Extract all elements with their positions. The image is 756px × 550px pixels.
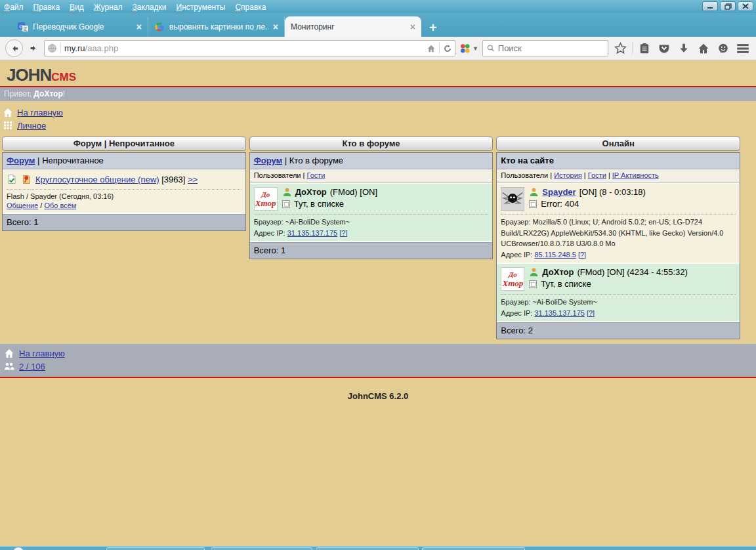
download-icon xyxy=(678,43,690,54)
browser-window: Файл Правка Вид Журнал Закладки Инструме… xyxy=(0,0,756,550)
topic-last-post-info: Flash / Spayder (Сегодня, 03:16) xyxy=(7,189,242,200)
menu-file[interactable]: Файл xyxy=(4,3,24,12)
navigation-toolbar: my.ru/aaa.php ▼ xyxy=(0,37,756,60)
nav-personal-row: Личное xyxy=(3,119,756,132)
select-checkbox-icon[interactable] xyxy=(529,200,537,208)
ip-link[interactable]: 85.115.248.5 xyxy=(534,251,576,259)
tab-monitoring[interactable]: Мониторинг × xyxy=(285,16,421,37)
new-tab-button[interactable]: + xyxy=(429,21,437,34)
user-browser: Браузер: ~Ai-BoliDe System~ xyxy=(254,217,489,228)
ip-help-link[interactable]: [?] xyxy=(578,251,586,259)
user-status-icon xyxy=(529,267,539,277)
breadcrumb-forum-link[interactable]: Форум xyxy=(254,156,282,165)
ip-help-link[interactable]: [?] xyxy=(339,229,347,237)
forward-button[interactable] xyxy=(27,42,40,55)
greeting-bar: Привет, ДоХтор! xyxy=(0,87,756,101)
user-status-icon xyxy=(529,187,539,197)
minimize-button[interactable] xyxy=(702,1,718,11)
topic-subcategory-link[interactable]: Обо всём xyxy=(44,201,76,209)
tab-google-search[interactable]: выровнять картинки по ле... × xyxy=(148,17,285,37)
user-status-icon xyxy=(282,187,292,197)
filter-guests-link[interactable]: Гости xyxy=(306,171,325,179)
search-input[interactable] xyxy=(498,43,604,53)
menu-tools[interactable]: Инструменты xyxy=(177,3,226,12)
filter-separator: | xyxy=(584,171,586,179)
home-button[interactable] xyxy=(696,41,711,56)
clipboard-icon xyxy=(639,43,650,54)
nav-home-link[interactable]: На главную xyxy=(17,108,63,117)
restore-button[interactable] xyxy=(720,1,736,11)
pocket-button[interactable] xyxy=(656,41,672,56)
tab-close-icon[interactable]: × xyxy=(136,22,142,32)
reload-icon[interactable] xyxy=(443,44,452,53)
avatar[interactable] xyxy=(501,187,524,211)
filter-separator: | xyxy=(608,171,610,179)
username-link[interactable]: Spayder xyxy=(542,187,576,197)
menu-bookmarks[interactable]: Закладки xyxy=(133,3,167,12)
hamburger-icon xyxy=(736,43,749,54)
tab-close-icon[interactable]: × xyxy=(410,22,415,32)
close-button[interactable] xyxy=(738,1,753,11)
footer-online-counter-link[interactable]: 2 / 106 xyxy=(19,362,45,371)
breadcrumb-separator: | xyxy=(285,156,287,165)
monitor-columns: Форум | Непрочитанное Форум | Непрочитан… xyxy=(2,137,740,339)
who-on-site-label: Кто на сайте xyxy=(501,156,554,165)
url-bar[interactable]: my.ru/aaa.php xyxy=(44,40,455,56)
reader-home-icon[interactable] xyxy=(427,44,436,53)
hello-button[interactable] xyxy=(715,41,731,56)
home-icon xyxy=(698,43,709,54)
taskbar-window-button[interactable] xyxy=(211,547,312,550)
menu-help[interactable]: Справка xyxy=(235,3,266,12)
nav-home-row: На главную xyxy=(3,106,756,119)
taskbar-window-button[interactable] xyxy=(422,547,525,550)
search-engine-button[interactable]: ▼ xyxy=(459,43,478,54)
back-button[interactable] xyxy=(5,39,23,57)
user-location: Error: 404 xyxy=(541,199,579,209)
topic-link[interactable]: Круглосуточное общение (new) xyxy=(35,175,159,184)
minimize-icon xyxy=(707,3,713,9)
user-meta: [ON] (8 - 0:03:18) xyxy=(579,187,646,197)
filter-guests-link[interactable]: Гости xyxy=(588,171,606,179)
close-icon xyxy=(742,3,749,9)
ip-link[interactable]: 31.135.137.175 xyxy=(287,229,337,237)
taskbar-window-button[interactable] xyxy=(106,547,205,550)
page-content: JOHNCMS Привет, ДоХтор! На главную Лично… xyxy=(0,60,756,546)
menu-history[interactable]: Журнал xyxy=(94,3,123,12)
topic-last-page-link[interactable]: >> xyxy=(188,175,198,184)
user-meta: (FMod) [ON] xyxy=(330,187,377,197)
pinned-topic-icon xyxy=(21,174,32,184)
avatar[interactable]: До Хтор xyxy=(254,187,278,211)
top-nav-links: На главную Личное xyxy=(0,101,756,135)
topic-category-link[interactable]: Общение xyxy=(7,201,38,209)
breadcrumb-forum-link[interactable]: Форум xyxy=(7,156,35,165)
chevron-down-icon: ▼ xyxy=(472,45,478,52)
nav-personal-link[interactable]: Личное xyxy=(17,121,46,131)
select-checkbox-icon[interactable] xyxy=(529,280,537,288)
tab-close-icon[interactable]: × xyxy=(273,22,278,32)
filter-row: Пользователи | Гости xyxy=(250,169,493,182)
downloads-button[interactable] xyxy=(676,41,692,56)
filter-history-link[interactable]: История xyxy=(554,171,582,179)
menu-button[interactable] xyxy=(735,41,751,56)
bookmarks-menu-button[interactable] xyxy=(637,41,652,56)
panel-title: Форум | Непрочитанное xyxy=(2,137,246,151)
filter-ip-activity-link[interactable]: IP Активность xyxy=(612,171,659,179)
forward-icon xyxy=(30,44,38,53)
avatar[interactable]: До Хтор xyxy=(501,267,524,291)
logo-john-text: JOHN xyxy=(7,65,51,85)
panel-total: Всего: 1 xyxy=(3,214,245,230)
site-footer-bar: На главную 2 / 106 xyxy=(0,344,756,378)
menu-view[interactable]: Вид xyxy=(70,3,84,12)
breadcrumb-current: Кто в форуме xyxy=(289,156,343,165)
ip-help-link[interactable]: [?] xyxy=(587,309,595,317)
tab-google-translate[interactable]: G Переводчик Google × xyxy=(12,17,148,37)
select-checkbox-icon[interactable] xyxy=(282,200,290,208)
footer-home-link[interactable]: На главную xyxy=(19,349,65,358)
read-page-icon xyxy=(7,174,17,184)
taskbar-window-button[interactable] xyxy=(316,547,419,550)
ip-link[interactable]: 31.135.137.175 xyxy=(534,309,584,317)
start-orb[interactable] xyxy=(13,547,24,550)
menu-edit[interactable]: Правка xyxy=(33,3,60,12)
bookmark-star-button[interactable] xyxy=(612,41,628,56)
filter-users-label: Пользователи xyxy=(501,171,548,179)
